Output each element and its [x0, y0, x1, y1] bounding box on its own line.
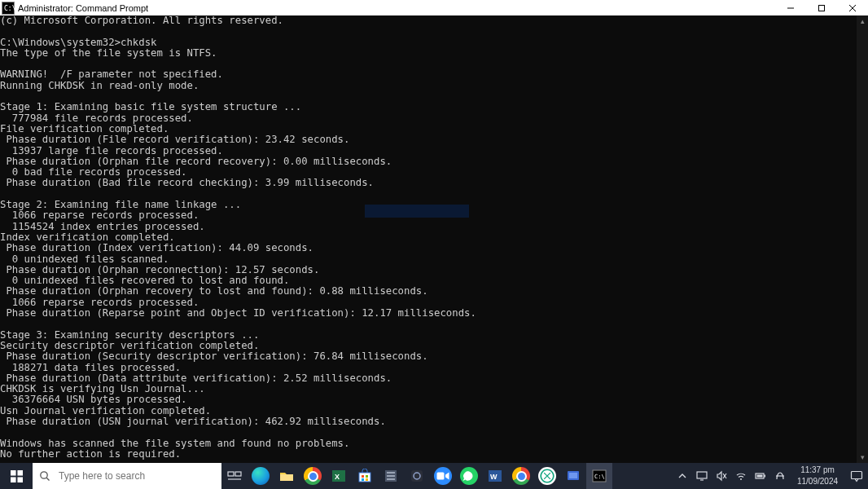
svg-rect-21 — [366, 475, 368, 478]
svg-rect-7 — [11, 470, 16, 476]
scrollbar[interactable]: ▴ ▾ — [857, 15, 868, 463]
svg-text:W: W — [490, 473, 498, 481]
close-button[interactable] — [837, 0, 868, 15]
window-title: Administrator: Command Prompt — [18, 3, 148, 13]
taskbar-app-excel[interactable]: X — [326, 463, 352, 489]
tray-chevron-icon[interactable] — [673, 463, 692, 489]
svg-point-41 — [740, 478, 742, 480]
taskbar-app-cmd[interactable]: C:\ — [586, 463, 612, 489]
svg-rect-10 — [17, 477, 23, 482]
taskbar-app-chrome[interactable] — [300, 463, 326, 489]
taskbar-app-chatgpt[interactable] — [534, 463, 560, 489]
svg-rect-9 — [11, 477, 16, 482]
svg-rect-23 — [366, 478, 368, 481]
svg-rect-4 — [819, 5, 825, 11]
svg-rect-20 — [362, 475, 364, 478]
svg-rect-14 — [235, 472, 241, 476]
svg-rect-22 — [362, 478, 364, 481]
scroll-up-arrow[interactable]: ▴ — [857, 15, 868, 27]
svg-rect-27 — [387, 478, 395, 480]
taskbar-app-generic2[interactable] — [404, 463, 430, 489]
taskbar-app-generic1[interactable] — [378, 463, 404, 489]
svg-rect-25 — [387, 472, 395, 474]
clock-date: 11/09/2024 — [793, 476, 842, 487]
taskbar-app-zoom[interactable] — [430, 463, 456, 489]
tray-volume-icon[interactable] — [712, 463, 731, 489]
svg-rect-37 — [697, 472, 707, 478]
taskbar-search[interactable] — [33, 463, 221, 489]
taskbar-app-explorer[interactable] — [274, 463, 300, 489]
svg-rect-13 — [228, 472, 234, 476]
search-input[interactable] — [57, 462, 221, 489]
taskbar-clock[interactable]: 11:37 pm 11/09/2024 — [793, 465, 842, 487]
tray-battery-icon[interactable] — [751, 463, 770, 489]
svg-text:C:\: C:\ — [4, 5, 15, 12]
svg-rect-30 — [437, 473, 445, 480]
start-button[interactable] — [0, 463, 33, 489]
scroll-down-arrow[interactable]: ▾ — [857, 452, 868, 463]
taskbar-app-generic3[interactable] — [560, 463, 586, 489]
taskbar: X W C:\ — [0, 463, 868, 489]
task-view-button[interactable] — [221, 463, 248, 489]
tray-wifi-icon[interactable] — [731, 463, 751, 489]
tray-language-icon[interactable] — [770, 463, 790, 489]
svg-text:C:\: C:\ — [594, 474, 605, 480]
console-output[interactable]: (c) Microsoft Corporation. All rights re… — [0, 15, 857, 463]
minimize-button[interactable] — [775, 0, 806, 15]
search-icon — [33, 470, 57, 482]
svg-rect-44 — [757, 475, 763, 478]
svg-line-12 — [46, 478, 49, 480]
svg-rect-8 — [17, 470, 23, 476]
svg-rect-46 — [852, 472, 862, 479]
taskbar-app-store[interactable] — [352, 463, 378, 489]
svg-rect-34 — [569, 473, 577, 478]
svg-rect-26 — [387, 475, 395, 477]
action-center-button[interactable] — [845, 463, 868, 489]
clock-time: 11:37 pm — [793, 465, 842, 476]
svg-text:X: X — [335, 473, 340, 481]
svg-rect-16 — [280, 474, 293, 481]
svg-rect-28 — [411, 470, 423, 482]
taskbar-app-whatsapp[interactable] — [456, 463, 482, 489]
maximize-button[interactable] — [806, 0, 837, 15]
taskbar-app-word[interactable]: W — [482, 463, 508, 489]
svg-point-11 — [41, 472, 47, 478]
cmd-icon: C:\ — [2, 2, 15, 15]
tray-display-icon[interactable] — [692, 463, 712, 489]
svg-rect-43 — [765, 475, 766, 478]
taskbar-app-edge[interactable] — [248, 463, 274, 489]
svg-rect-19 — [359, 473, 370, 482]
window-titlebar: C:\ Administrator: Command Prompt — [0, 0, 868, 15]
taskbar-app-chrome-alt[interactable] — [508, 463, 534, 489]
